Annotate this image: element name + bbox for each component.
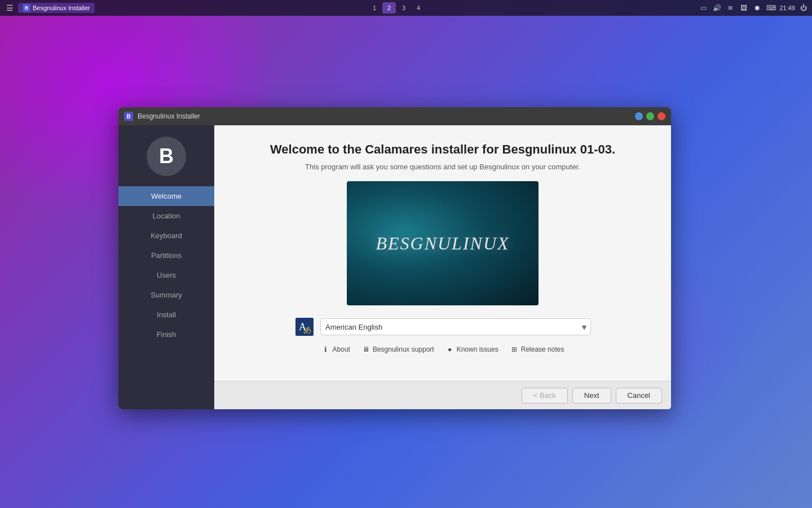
- desktop: ☰ B Besgnulinux Installer 1 2 3 4 ▭ 🔊 ≋ …: [0, 0, 812, 508]
- release-notes-label: Release notes: [521, 345, 564, 353]
- taskbar: ☰ B Besgnulinux Installer 1 2 3 4 ▭ 🔊 ≋ …: [0, 0, 812, 16]
- workspace-3[interactable]: 3: [397, 2, 411, 14]
- taskbar-menu-button[interactable]: ☰: [3, 2, 16, 14]
- taskbar-app-icon: B: [23, 4, 30, 12]
- page-subtitle: This program will ask you some questions…: [305, 163, 580, 171]
- svg-text:あ: あ: [303, 326, 311, 334]
- release-notes-icon: ⊞: [510, 345, 519, 354]
- banner-text: BESGNULINUX: [376, 233, 509, 254]
- clock: 21:49: [779, 5, 795, 11]
- language-select-wrapper[interactable]: American English English (UK) Français D…: [320, 318, 591, 335]
- about-link[interactable]: ℹ About: [321, 345, 350, 354]
- power-icon[interactable]: ⏻: [798, 3, 809, 13]
- titlebar-app-icon: B: [124, 112, 133, 121]
- support-label: Besgnulinux support: [373, 345, 434, 353]
- sidebar-item-welcome[interactable]: Welcome: [118, 186, 214, 206]
- language-select[interactable]: American English English (UK) Français D…: [320, 318, 591, 335]
- taskbar-app-item[interactable]: B Besgnulinux Installer: [18, 3, 95, 13]
- support-icon: 🖥: [361, 345, 370, 354]
- taskbar-left: ☰ B Besgnulinux Installer: [3, 2, 95, 14]
- support-link[interactable]: 🖥 Besgnulinux support: [361, 345, 434, 354]
- titlebar-title: Besgnulinux Installer: [138, 112, 635, 120]
- language-selector-row: A あ American English English (UK) França…: [294, 317, 591, 337]
- display-icon[interactable]: ▭: [698, 3, 708, 13]
- cancel-button[interactable]: Cancel: [616, 388, 662, 404]
- audio-icon[interactable]: 🔊: [712, 3, 722, 13]
- known-issues-link[interactable]: ● Known issues: [445, 345, 498, 354]
- sidebar: B Welcome Location Keyboard Partitions U…: [118, 125, 214, 409]
- sidebar-nav: Welcome Location Keyboard Partitions Use…: [118, 186, 214, 344]
- sidebar-item-users[interactable]: Users: [118, 265, 214, 285]
- minimize-button[interactable]: [635, 112, 643, 120]
- footer-links: ℹ About 🖥 Besgnulinux support ● Known is…: [321, 345, 564, 354]
- screenshot-icon[interactable]: 🖼: [739, 3, 749, 13]
- taskbar-app-label: Besgnulinux Installer: [33, 5, 90, 11]
- workspace-4[interactable]: 4: [412, 2, 425, 14]
- content-area: Welcome to the Calamares installer for B…: [214, 125, 671, 381]
- page-title: Welcome to the Calamares installer for B…: [270, 142, 615, 157]
- button-bar: < Back Next Cancel: [214, 381, 671, 409]
- waveform-icon[interactable]: ≋: [725, 3, 735, 13]
- back-button[interactable]: < Back: [522, 388, 568, 404]
- sidebar-logo: B: [147, 137, 186, 176]
- about-icon: ℹ: [321, 345, 330, 354]
- installer-window: B Besgnulinux Installer B Welcome Locati…: [118, 107, 671, 409]
- language-icon: A あ: [294, 317, 315, 337]
- next-button[interactable]: Next: [572, 388, 611, 404]
- maximize-button[interactable]: [646, 112, 654, 120]
- release-notes-link[interactable]: ⊞ Release notes: [510, 345, 564, 354]
- window-body: B Welcome Location Keyboard Partitions U…: [118, 125, 671, 409]
- about-label: About: [333, 345, 350, 353]
- sidebar-item-partitions[interactable]: Partitions: [118, 246, 214, 265]
- sidebar-item-summary[interactable]: Summary: [118, 285, 214, 305]
- sidebar-item-install[interactable]: Install: [118, 305, 214, 325]
- sidebar-item-keyboard[interactable]: Keyboard: [118, 226, 214, 246]
- titlebar: B Besgnulinux Installer: [118, 107, 671, 125]
- workspace-1[interactable]: 1: [368, 2, 381, 14]
- distro-banner: BESGNULINUX: [347, 181, 539, 305]
- close-button[interactable]: [657, 112, 665, 120]
- workspace-2[interactable]: 2: [382, 2, 396, 14]
- sidebar-item-location[interactable]: Location: [118, 206, 214, 226]
- known-issues-label: Known issues: [457, 345, 498, 353]
- window-controls: [635, 112, 665, 120]
- taskbar-right: ▭ 🔊 ≋ 🖼 ⏺ ⌨ 21:49 ⏻: [698, 3, 809, 13]
- main-content: Welcome to the Calamares installer for B…: [214, 125, 671, 409]
- known-issues-icon: ●: [445, 345, 454, 354]
- workspace-switcher: 1 2 3 4: [368, 2, 425, 14]
- keyboard-icon[interactable]: ⌨: [766, 3, 776, 13]
- record-icon[interactable]: ⏺: [752, 3, 762, 13]
- sidebar-item-finish[interactable]: Finish: [118, 325, 214, 344]
